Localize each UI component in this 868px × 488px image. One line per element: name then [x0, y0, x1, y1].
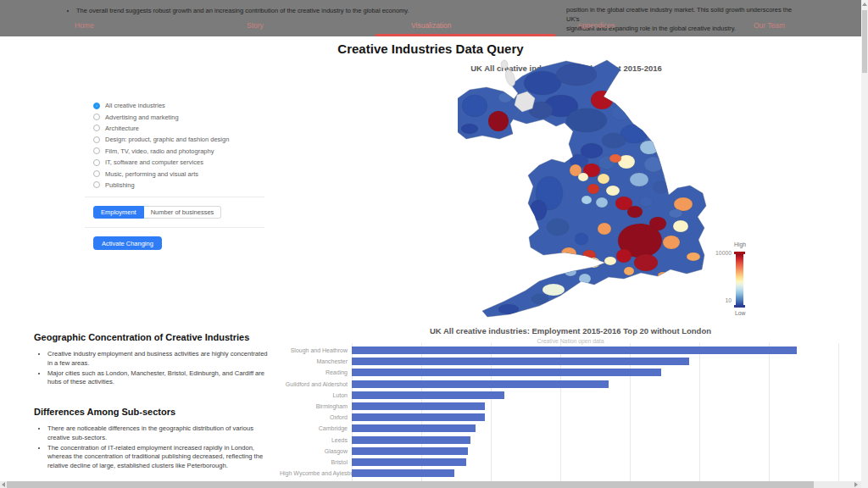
nav-link-story[interactable]: Story	[247, 21, 264, 30]
bar-row: Cambridge	[280, 423, 861, 434]
bar-category-label: Birmingham	[280, 401, 348, 412]
metric-toggle-group: Employment Number of businesses	[93, 206, 221, 219]
top20-bar-chart: UK All creative industries: Employment 2…	[280, 324, 861, 481]
nav-link-appendices[interactable]: Appendices	[577, 21, 615, 30]
bar[interactable]	[352, 402, 485, 410]
bar-row: Guildford and Aldershot	[280, 379, 861, 390]
radio-icon	[93, 114, 100, 120]
scrollbar-corner	[861, 481, 868, 488]
bar-category-label: Luton	[280, 390, 348, 401]
bar-category-label: Glasgow	[280, 446, 348, 457]
bar-row: Manchester	[280, 356, 861, 367]
radio-label: Design: product, graphic and fashion des…	[105, 136, 229, 143]
radio-icon	[93, 170, 100, 177]
bar-category-label: Guildford and Aldershot	[280, 379, 348, 390]
bar-row: Luton	[280, 390, 861, 401]
radio-label: IT, software and computer services	[105, 158, 203, 166]
section-geographic-concentration: Geographic Concentration of Creative Ind…	[34, 332, 268, 387]
radio-label: Advertising and marketing	[105, 114, 179, 121]
radio-label: Music, performing and visual arts	[105, 170, 198, 178]
radio-icon	[93, 181, 100, 188]
bar-category-label: Cambridge	[280, 423, 348, 434]
bar-category-label: Leeds	[280, 435, 348, 446]
radio-icon	[93, 103, 100, 109]
radio-label: All creative industries	[105, 102, 165, 109]
bar-row: Oxford	[280, 412, 861, 423]
activate-changing-button[interactable]: Activate Changing	[93, 236, 162, 250]
scroll-up-arrow-icon[interactable]	[862, 3, 867, 6]
radio-icon	[93, 136, 100, 143]
bar-category-label: Reading	[280, 367, 348, 378]
radio-option-architecture[interactable]: Architecture	[85, 123, 267, 134]
section-bullet: The concentration of IT-related employme…	[47, 444, 268, 471]
radio-option-it-software[interactable]: IT, software and computer services	[85, 157, 267, 168]
section-bullet: Creative industry employment and busines…	[47, 350, 268, 369]
bar[interactable]	[352, 347, 797, 354]
uk-map-panel: UK All creative industries: Employment 2…	[339, 59, 793, 324]
bar[interactable]	[352, 391, 504, 399]
radio-icon	[93, 159, 100, 166]
radio-option-film-tv[interactable]: Film, TV, video, radio and photography	[85, 146, 267, 157]
page-title: Creative Industries Data Query	[0, 42, 861, 56]
bar-row: Birmingham	[280, 401, 861, 412]
number-of-businesses-toggle-button[interactable]: Number of businesses	[144, 206, 222, 219]
legend-bottom-cap	[734, 305, 745, 308]
radio-option-all-creative-industries[interactable]: All creative industries	[85, 100, 267, 111]
radio-option-publishing[interactable]: Publishing	[85, 180, 267, 191]
bar-category-label: Manchester	[280, 356, 348, 367]
map-color-legend: High 10000 10 Low	[712, 241, 766, 324]
section-bullet: Major cities such as London, Manchester,…	[47, 369, 268, 388]
legend-high-label: High	[734, 241, 746, 247]
bar[interactable]	[352, 469, 454, 477]
bar-row: Bristol	[280, 457, 861, 468]
scroll-left-arrow-icon[interactable]	[2, 482, 5, 487]
scroll-right-arrow-icon[interactable]	[854, 482, 858, 487]
bar[interactable]	[352, 458, 466, 466]
legend-gradient-bar	[736, 254, 743, 305]
section-heading: Geographic Concentration of Creative Ind…	[34, 332, 268, 342]
legend-max-tick: 10000	[712, 250, 732, 256]
bar[interactable]	[352, 369, 661, 376]
page: The overall trend suggests robust growth…	[0, 0, 868, 488]
section-subsector-differences: Differences Among Sub-sectors There are …	[34, 407, 268, 471]
vertical-scrollbar-thumb[interactable]	[862, 10, 867, 73]
bar[interactable]	[352, 424, 476, 432]
bar[interactable]	[352, 358, 689, 365]
bar[interactable]	[352, 413, 485, 421]
radio-label: Publishing	[105, 181, 135, 189]
active-tab-underline	[376, 34, 555, 36]
legend-low-label: Low	[735, 310, 745, 316]
radio-label: Film, TV, video, radio and photography	[105, 147, 214, 155]
bar[interactable]	[352, 380, 609, 388]
nav-link-our-team[interactable]: Our Team	[754, 21, 785, 30]
horizontal-scrollbar[interactable]	[0, 481, 861, 488]
bar[interactable]	[352, 436, 470, 444]
divider	[85, 227, 264, 228]
bar-row: High Wycombe and Aylesbury	[280, 468, 861, 479]
nav-link-visualization[interactable]: Visualization	[411, 21, 452, 30]
bar[interactable]	[352, 447, 468, 455]
uk-choropleth-map[interactable]	[458, 59, 746, 322]
bar-row: Leeds	[280, 435, 861, 446]
nav-link-home[interactable]: Home	[75, 21, 94, 30]
bar-chart-subtitle: Creative Nation open data	[280, 338, 861, 344]
horizontal-scrollbar-thumb[interactable]	[7, 481, 814, 488]
scrolled-under-text: The overall trend suggests robust growth…	[64, 7, 429, 14]
vertical-scrollbar[interactable]	[861, 0, 868, 481]
employment-toggle-button[interactable]: Employment	[93, 206, 144, 219]
radio-option-music-arts[interactable]: Music, performing and visual arts	[85, 168, 267, 179]
section-heading: Differences Among Sub-sectors	[34, 407, 268, 417]
radio-option-design[interactable]: Design: product, graphic and fashion des…	[85, 134, 267, 145]
radio-option-advertising[interactable]: Advertising and marketing	[85, 111, 267, 122]
bar-row: Glasgow	[280, 446, 861, 457]
bar-category-label: Oxford	[280, 412, 348, 423]
bar-row: Slough and Heathrow	[280, 345, 861, 356]
bar-category-label: Bristol	[280, 457, 348, 468]
divider	[85, 197, 264, 197]
top-navbar: The overall trend suggests robust growth…	[0, 0, 861, 36]
bar-chart-title: UK All creative industries: Employment 2…	[280, 326, 861, 336]
scrolled-bullet-line: The overall trend suggests robust growth…	[76, 7, 429, 14]
radio-icon	[93, 147, 100, 154]
industry-filter-panel: All creative industries Advertising and …	[85, 100, 267, 191]
bar-category-label: High Wycombe and Aylesbury	[280, 468, 348, 479]
